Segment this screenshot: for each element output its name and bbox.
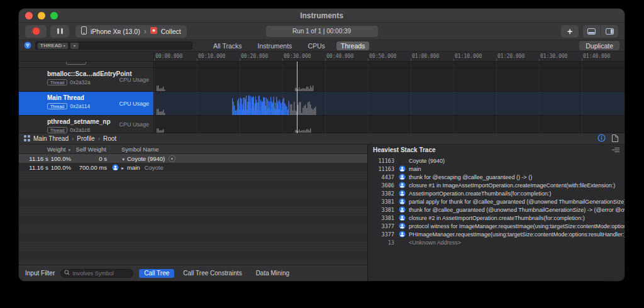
track-filter-icon[interactable] [24, 40, 31, 52]
thread-filter-token[interactable]: THREAD [38, 43, 68, 49]
pause-icon [57, 28, 59, 34]
ruler-tick-mark [582, 58, 582, 61]
breadcrumb-item-root[interactable]: Root [103, 135, 116, 142]
stack-trace-row[interactable]: 3382AssetImportOperation.createThumbnail… [368, 189, 625, 197]
stack-trace-row[interactable]: 3381closure #2 in AssetImportOperation.c… [368, 214, 625, 222]
sample-count: 4437 [368, 174, 394, 180]
stack-trace-title: Heaviest Stack Trace [373, 146, 436, 153]
record-button[interactable] [25, 25, 47, 38]
duplicate-button[interactable]: Duplicate [579, 41, 619, 50]
time-ruler[interactable]: 00:00.00000:10.00000:20.00000:30.00000:4… [19, 52, 625, 62]
self-weight-column-header[interactable]: Self Weight [74, 145, 110, 153]
cpu-activity-bars [154, 68, 625, 91]
minimize-button[interactable] [38, 12, 45, 19]
call-tree-table[interactable]: 11.16 s 100.0% 0 s Coyote (9940) 11.16 s… [19, 154, 367, 265]
symbol-name: main [127, 164, 140, 171]
user-icon [399, 214, 406, 221]
thread-badge [66, 62, 86, 65]
stack-symbol: protocol witness for ImageManager.reques… [409, 223, 625, 229]
stack-trace-row[interactable]: 3377protocol witness for ImageManager.re… [368, 222, 625, 230]
window-controls [19, 12, 58, 19]
breadcrumb-item-thread[interactable]: Main Thread [33, 135, 69, 142]
playhead[interactable] [297, 62, 297, 133]
track-row-selected[interactable]: Main Thread Thread 0x2a114 CPU Usage [19, 92, 625, 116]
tab-instruments[interactable]: Instruments [253, 41, 297, 50]
stack-trace-row[interactable]: 11163Coyote (9940) [368, 157, 625, 165]
right-panel-toggle-button[interactable] [601, 25, 618, 38]
stack-symbol: <Unknown Address> [409, 239, 625, 246]
weight-percent: 100.0% [51, 164, 71, 171]
stack-trace-row[interactable]: 3377PHImageManager.requestImage(using:ta… [368, 230, 625, 238]
segment-call-tree-constraints[interactable]: Call Tree Constraints [178, 269, 247, 278]
bottom-panel-toggle-button[interactable] [583, 25, 601, 38]
stack-trace-row[interactable]: 3606closure #1 in ImageAssetImportOperat… [368, 181, 625, 189]
device-name: iPhone Xʀ (13.0) [91, 28, 140, 35]
tab-cpus[interactable]: CPUs [303, 41, 329, 50]
document-inspector-icon[interactable] [612, 133, 618, 145]
stack-symbol: thunk for @escaping @callee_guaranteed (… [409, 174, 625, 180]
segment-data-mining[interactable]: Data Mining [251, 269, 294, 278]
cpu-usage-graph[interactable] [154, 116, 625, 133]
ruler-tick-mark [154, 58, 155, 61]
track-row[interactable]: bmalloc::Sca…adEntryPoint Thread 0x2a32a… [19, 68, 625, 92]
stack-trace-row[interactable]: 3381partial apply for thunk for @callee_… [368, 197, 625, 206]
track-view-tabs: All Tracks Instruments CPUs Threads [209, 41, 369, 50]
focus-icon[interactable] [169, 155, 175, 162]
right-panel-icon [606, 28, 614, 35]
stack-trace-row[interactable]: 4437thunk for @escaping @callee_guarante… [368, 173, 625, 181]
pause-button[interactable] [50, 25, 69, 38]
run-indicator[interactable]: Run 1 of 1 | 00:00:39 [266, 26, 378, 37]
search-icon [64, 270, 70, 277]
instruments-window: Instruments iPhone Xʀ (13.0) Collect Run… [19, 9, 625, 281]
token-menu-chevron-icon[interactable] [70, 43, 79, 49]
stack-trace-row[interactable]: 13<Unknown Address> [368, 238, 625, 246]
sample-count: 3381 [368, 207, 394, 213]
weight-value: 11.16 s [29, 155, 48, 162]
titlebar: Instruments [19, 9, 625, 23]
ruler-tick-label: 00:00.000 [155, 53, 182, 59]
segment-call-tree[interactable]: Call Tree [139, 269, 174, 278]
stack-trace-row[interactable]: 11163main [368, 165, 625, 173]
track-row[interactable]: pthread_setname_np Thread 0x2a1c8 CPU Us… [19, 116, 625, 133]
thread-id: 0x2a32a [70, 79, 91, 85]
symbol-column-header[interactable]: Symbol Name [110, 146, 367, 153]
disclosure-triangle[interactable] [121, 155, 127, 162]
tab-all-tracks[interactable]: All Tracks [209, 41, 247, 50]
sample-count: 3381 [368, 199, 394, 205]
breadcrumb-item-profile[interactable]: Profile [77, 135, 94, 142]
user-icon [399, 173, 406, 180]
cpu-usage-graph[interactable] [154, 62, 625, 67]
symbol-filter-input[interactable] [72, 270, 130, 277]
track-row-partial[interactable] [19, 62, 625, 68]
disclosure-triangle[interactable] [121, 164, 127, 171]
stack-trace-row[interactable]: 3381thunk for @callee_guaranteed (@unown… [368, 206, 625, 214]
call-tree-row[interactable]: 11.16 s 100.0% 0 s Coyote (9940) [19, 154, 367, 163]
track-area: bmalloc::Sca…adEntryPoint Thread 0x2a32a… [19, 62, 625, 133]
cpu-usage-graph[interactable] [154, 68, 625, 91]
ruler-tick-label: 01:10.000 [455, 53, 482, 59]
track-filter-field[interactable]: THREAD [35, 41, 192, 50]
sample-count: 3377 [368, 223, 394, 229]
stack-display-options-icon[interactable] [612, 147, 619, 153]
tab-threads[interactable]: Threads [336, 41, 370, 50]
user-icon [112, 164, 119, 171]
ruler-tick-label: 00:10.000 [198, 53, 225, 59]
add-instrument-button[interactable]: + [561, 25, 579, 38]
symbol-filter-field[interactable] [60, 269, 133, 278]
thread-id: 0x2a114 [70, 103, 90, 109]
weight-column-label: Weight [47, 146, 65, 153]
track-header [19, 62, 154, 67]
zoom-button[interactable] [50, 12, 58, 19]
weight-column-header[interactable]: Weight [19, 145, 74, 153]
info-inspector-icon[interactable] [597, 133, 606, 145]
cpu-usage-graph[interactable] [154, 92, 625, 115]
call-tree-row[interactable]: 11.16 s 100.0% 700.00 ms main Coyote [19, 163, 367, 172]
iphone-icon [81, 26, 87, 36]
call-tree-panel: Weight Self Weight Symbol Name 11.16 s 1… [19, 145, 368, 281]
target-device-selector[interactable]: iPhone Xʀ (13.0) Collect [75, 25, 187, 38]
close-button[interactable] [25, 12, 33, 19]
chevron-right-icon [98, 135, 100, 142]
ruler-tick-label: 01:00.000 [412, 53, 439, 59]
heaviest-stack-trace-panel: Heaviest Stack Trace 11163Coyote (9940)1… [368, 145, 625, 281]
toolbar: iPhone Xʀ (13.0) Collect Run 1 of 1 | 00… [19, 23, 625, 40]
